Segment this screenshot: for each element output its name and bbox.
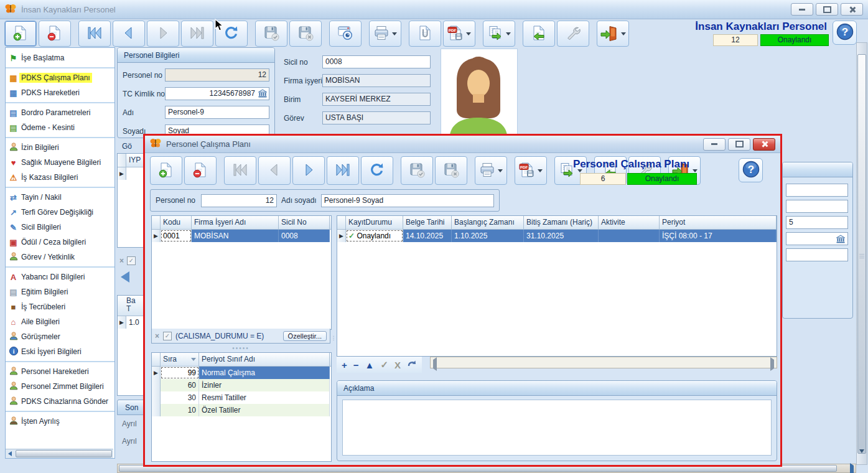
sidebar-item-i-ş-tecrübeleri[interactable]: ■İş Tecrübeleri [6, 299, 114, 314]
delete-record-button[interactable] [184, 156, 217, 185]
cell[interactable]: 60 [161, 379, 199, 391]
table-row[interactable]: 10Özel Tatiller [152, 404, 331, 416]
navigator-remove-button[interactable]: − [353, 360, 359, 370]
cell[interactable]: İŞÇİ 08:00 - 17 [660, 230, 777, 242]
restore-button[interactable] [816, 3, 838, 16]
cell[interactable]: Resmi Tatiller [199, 391, 330, 404]
next-record-button[interactable] [292, 156, 325, 185]
new-record-button[interactable] [150, 156, 182, 185]
dropdown-arrow-icon[interactable] [392, 32, 397, 35]
cell[interactable]: 0001 [161, 230, 192, 242]
bank-icon[interactable] [836, 234, 846, 245]
cell[interactable]: ✓ Onaylandı [346, 230, 403, 242]
close-button[interactable] [841, 3, 863, 16]
work-plan-grid[interactable]: KayıtDurumuBelge TarihiBaşlangıç ZamanıB… [337, 215, 777, 357]
plan-grid-hscrollbar[interactable] [430, 357, 777, 368]
navigator-edit-up-button[interactable]: ▲ [365, 360, 375, 370]
last-record-button[interactable] [327, 156, 359, 185]
main-vscrollbar[interactable]: ——— [856, 42, 867, 465]
import-button[interactable] [523, 21, 555, 47]
column-header-aktivite[interactable]: Aktivite [599, 216, 660, 229]
sidebar-item-yabancı-dil-bilgileri[interactable]: AYabancı Dil Bilgileri [6, 269, 114, 284]
dropdown-arrow-icon[interactable] [506, 32, 511, 35]
modal-close-button[interactable] [753, 138, 775, 151]
scroll-down-icon[interactable] [859, 453, 864, 462]
modal-help-button[interactable]: ? [739, 158, 763, 182]
sidebar-item-i-şten-ayrılış[interactable]: İşten Ayrılış [6, 414, 114, 429]
cell[interactable] [599, 230, 660, 242]
sidebar-item-pdks-çalışma-planı[interactable]: ▦PDKS Çalışma Planı [6, 70, 114, 85]
company-grid[interactable]: KoduFirma İşyeri AdıSicil No▶0001MOBİSAN… [151, 215, 332, 330]
period-class-grid[interactable]: SıraPeriyot Sınıf Adı▶99Normal Çalışma60… [151, 352, 332, 462]
column-header-başlangıç-zamanı[interactable]: Başlangıç Zamanı [452, 216, 524, 229]
sidebar-item-personel-hareketleri[interactable]: Personel Hareketleri [6, 364, 114, 379]
print-button[interactable] [475, 156, 507, 185]
column-header-firma-i-şyeri-adı[interactable]: Firma İşyeri Adı [192, 216, 279, 229]
field-input-adı[interactable]: Personel-9 [165, 106, 269, 119]
sidebar-item-görev-yetkinlik[interactable]: Görev / Yetkinlik [6, 250, 114, 265]
sidebar-item-sağlık-muayene-bilgileri[interactable]: ♥Sağlık Muayene Bilgileri [6, 155, 114, 170]
cell[interactable]: Özel Tatiller [199, 404, 330, 416]
column-header-periyot[interactable]: Periyot [660, 216, 777, 229]
navigator-post-button[interactable]: ✓ [380, 359, 388, 370]
transfer-button[interactable] [483, 21, 515, 47]
cell[interactable]: İzinler [199, 379, 330, 391]
scroll-left-large-icon[interactable] [121, 271, 129, 283]
help-button[interactable]: ? [833, 21, 857, 45]
sidebar-item-ödeme-kesinti[interactable]: ▤Ödeme - Kesinti [6, 120, 114, 135]
field-input-sicil-no[interactable]: 0008 [322, 55, 431, 68]
field-input-tc-kimlik-no[interactable]: 12345678987 [165, 87, 269, 100]
sidebar-hscrollbar[interactable] [6, 449, 113, 458]
cell[interactable]: Normal Çalışma [199, 367, 330, 379]
table-row[interactable]: 30Resmi Tatiller [152, 391, 331, 404]
column-header-kodu[interactable]: Kodu [161, 216, 192, 229]
sidebar-item-i-ş-kazası-bilgileri[interactable]: ⚠İş Kazası Bilgileri [6, 170, 114, 185]
cell[interactable]: 10 [161, 404, 199, 416]
filter-checkbox[interactable]: ✓ [163, 332, 172, 340]
sidebar-item-ödül-ceza-bilgileri[interactable]: ▣Ödül / Ceza bilgileri [6, 235, 114, 250]
dropdown-arrow-icon[interactable] [466, 32, 471, 35]
cell[interactable]: 0008 [279, 230, 330, 242]
sidebar-scroll-thumb[interactable] [16, 450, 112, 457]
vertical-splitter[interactable]: ⋮ [332, 215, 335, 461]
table-row[interactable]: 60İzinler [152, 379, 331, 391]
first-record-button[interactable] [78, 21, 111, 47]
table-row[interactable]: ▶✓ Onaylandı14.10.20251.10.202531.10.202… [337, 230, 777, 242]
personel-no-input[interactable]: 12 [201, 194, 277, 207]
column-header-belge-tarihi[interactable]: Belge Tarihi [403, 216, 452, 229]
column-header-sicil-no[interactable]: Sicil No [279, 216, 330, 229]
service-tools-button[interactable] [557, 21, 589, 47]
minimize-button[interactable] [791, 3, 813, 16]
dropdown-arrow-icon[interactable] [693, 169, 698, 172]
cell[interactable]: 1.10.2025 [452, 230, 524, 242]
vscroll-thumb[interactable]: ——— [857, 54, 866, 454]
scroll-right-icon[interactable] [770, 360, 774, 368]
cell[interactable]: MOBİSAN [192, 230, 279, 242]
sidebar-item-görüşmeler[interactable]: Görüşmeler [6, 329, 114, 344]
horizontal-splitter[interactable]: ••••• [151, 345, 330, 352]
refresh-button[interactable] [361, 156, 393, 185]
sidebar-item-aile-bilgileri[interactable]: ⌂Aile Bilgileri [6, 314, 114, 329]
filter-clear-icon[interactable]: × [155, 332, 159, 340]
sidebar-item-i-zin-bilgileri[interactable]: İzin Bilgileri [6, 140, 114, 155]
sidebar-item-eski-i-şyeri-bilgileri[interactable]: iEski İşyeri Bilgileri [6, 344, 114, 359]
attachment-button[interactable] [409, 21, 441, 47]
prev-record-button[interactable] [113, 21, 145, 47]
column-header-sıra[interactable]: Sıra [161, 353, 199, 366]
column-header-periyot-sınıf-adı[interactable]: Periyot Sınıf Adı [199, 353, 330, 366]
scroll-left-icon[interactable] [6, 450, 14, 458]
adi-soyadi-input[interactable]: Personel-9 Soyad [321, 194, 494, 207]
modal-restore-button[interactable] [728, 138, 750, 151]
cell[interactable]: 14.10.2025 [403, 230, 452, 242]
table-row[interactable]: ▶99Normal Çalışma [152, 367, 331, 379]
sidebar-item-personel-zimmet-bilgileri[interactable]: Personel Zimmet Bilgileri [6, 379, 114, 394]
pdf-save-button[interactable]: PDF [443, 21, 475, 47]
preview-button[interactable] [329, 21, 362, 47]
bank-icon[interactable] [258, 88, 268, 100]
cell[interactable]: 30 [161, 391, 199, 404]
table-row[interactable]: ▶0001MOBİSAN0008 [152, 230, 331, 242]
sidebar-item-pdks-hareketleri[interactable]: ▦PDKS Hareketleri [6, 85, 114, 100]
delete-record-button[interactable] [39, 21, 71, 47]
sidebar-item-i-şe-başlatma[interactable]: ⚑İşe Başlatma [6, 50, 114, 65]
scroll-left-icon[interactable] [433, 360, 437, 368]
